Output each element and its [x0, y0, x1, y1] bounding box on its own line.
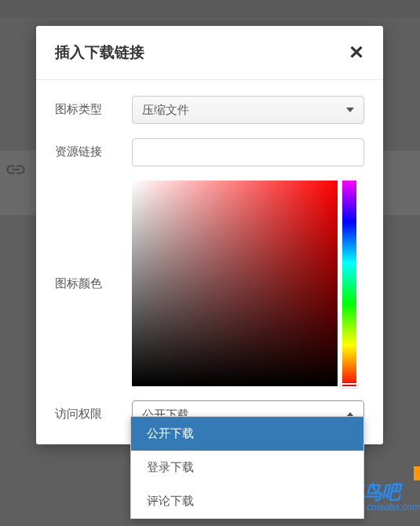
icon-type-selected: 压缩文件 — [142, 103, 189, 118]
hue-slider[interactable] — [342, 181, 356, 386]
resource-link-label: 资源链接 — [55, 138, 132, 159]
chevron-down-icon — [346, 108, 354, 112]
insert-download-link-modal: 插入下载链接 ✕ 图标类型 压缩文件 资源链接 图标颜色 — [36, 26, 383, 444]
icon-color-label: 图标颜色 — [55, 181, 132, 386]
resource-link-input[interactable] — [132, 138, 364, 166]
modal-title: 插入下载链接 — [55, 42, 144, 63]
link-icon — [5, 159, 27, 181]
access-permission-dropdown: 公开下载 登录下载 评论下载 — [130, 416, 364, 519]
icon-type-label: 图标类型 — [55, 96, 132, 117]
icon-type-select[interactable]: 压缩文件 — [132, 96, 364, 124]
dropdown-option-public[interactable]: 公开下载 — [131, 417, 363, 451]
dropdown-option-login[interactable]: 登录下载 — [131, 451, 363, 484]
close-icon[interactable]: ✕ — [349, 42, 364, 64]
color-picker — [132, 181, 364, 386]
dropdown-option-comment[interactable]: 评论下载 — [131, 484, 363, 518]
access-permission-label: 访问权限 — [55, 400, 132, 422]
saturation-panel[interactable] — [132, 181, 338, 386]
notification-tip — [414, 466, 420, 480]
hue-thumb[interactable] — [341, 383, 358, 388]
